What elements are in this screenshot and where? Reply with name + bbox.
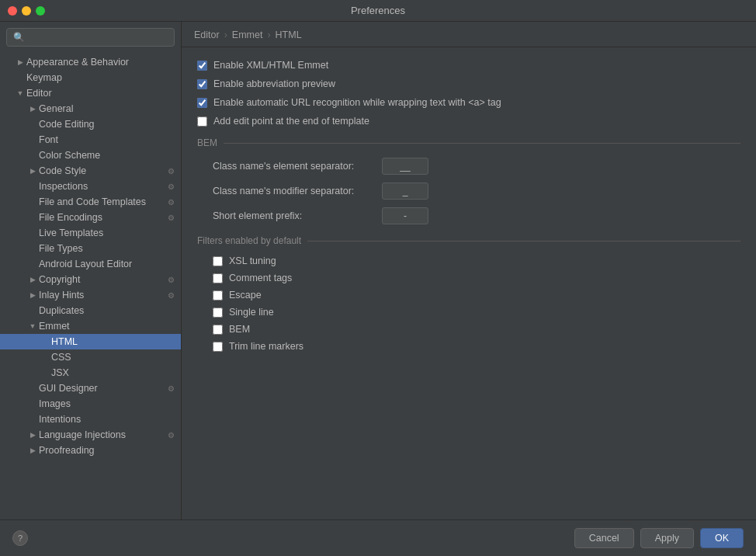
maximize-button[interactable]	[36, 6, 45, 16]
single-line-checkbox[interactable]	[213, 308, 223, 318]
sidebar-item-language-injections[interactable]: ▶ Language Injections ⚙	[0, 427, 181, 443]
xsl-tuning-checkbox[interactable]	[213, 256, 223, 266]
sidebar-item-inlay-hints[interactable]: ▶ Inlay Hints ⚙	[0, 287, 181, 303]
sidebar-item-font[interactable]: ▶ Font	[0, 132, 181, 148]
sidebar-item-copyright[interactable]: ▶ Copyright ⚙	[0, 272, 181, 287]
single-line-label[interactable]: Single line	[229, 307, 274, 318]
sidebar-item-inspections[interactable]: ▶ Inspections ⚙	[0, 179, 181, 194]
arrow-icon: ▶	[16, 57, 25, 67]
enable-xml-html-row: Enable XML/HTML Emmet	[197, 60, 740, 71]
add-edit-label[interactable]: Add edit point at the end of template	[213, 116, 369, 127]
minimize-button[interactable]	[22, 6, 31, 16]
add-edit-checkbox[interactable]	[197, 116, 207, 127]
sidebar-item-label: Emmet	[39, 321, 175, 332]
enable-auto-url-row: Enable automatic URL recognition while w…	[197, 97, 740, 108]
sidebar-item-file-code-templates[interactable]: ▶ File and Code Templates ⚙	[0, 194, 181, 210]
arrow-icon: ▶	[28, 104, 37, 113]
enable-xml-label[interactable]: Enable XML/HTML Emmet	[213, 60, 328, 71]
enable-abbr-label[interactable]: Enable abbreviation preview	[213, 78, 335, 89]
sidebar-item-jsx[interactable]: ▶ JSX	[0, 365, 181, 381]
sidebar-item-color-scheme[interactable]: ▶ Color Scheme	[0, 148, 181, 163]
sidebar-item-label: Code Editing	[39, 119, 175, 130]
sidebar-item-duplicates[interactable]: ▶ Duplicates	[0, 303, 181, 318]
escape-label[interactable]: Escape	[229, 290, 262, 301]
bem-section-label: BEM	[197, 137, 217, 148]
sidebar-item-file-encodings[interactable]: ▶ File Encodings ⚙	[0, 210, 181, 225]
sidebar-item-keymap[interactable]: ▶ Keymap	[0, 70, 181, 85]
sidebar-item-label: Android Layout Editor	[39, 259, 175, 269]
search-input[interactable]	[6, 28, 175, 47]
ok-button[interactable]: OK	[700, 528, 744, 548]
sidebar-item-label: Intentions	[39, 414, 175, 425]
sidebar-item-css[interactable]: ▶ CSS	[0, 349, 181, 365]
enable-xml-checkbox[interactable]	[197, 61, 207, 71]
sidebar: ▶ Appearance & Behavior ▶ Keymap ▼ Edito…	[0, 22, 182, 520]
breadcrumb-editor: Editor	[194, 30, 220, 40]
help-button[interactable]: ?	[12, 530, 28, 546]
gear-icon: ⚙	[168, 214, 175, 222]
sidebar-item-label: Code Style	[39, 165, 165, 176]
cancel-button[interactable]: Cancel	[574, 528, 634, 548]
sidebar-item-label: Language Injections	[39, 429, 165, 440]
breadcrumb-separator: ›	[267, 30, 270, 40]
escape-checkbox[interactable]	[213, 290, 223, 301]
bem-filter-checkbox[interactable]	[213, 325, 223, 335]
sidebar-item-label: Color Scheme	[39, 150, 175, 161]
window-title: Preferences	[351, 5, 405, 16]
main-content: ▶ Appearance & Behavior ▶ Keymap ▼ Edito…	[0, 22, 756, 520]
sidebar-item-gui-designer[interactable]: ▶ GUI Designer ⚙	[0, 381, 181, 396]
modifier-sep-input[interactable]	[382, 182, 428, 200]
close-button[interactable]	[8, 6, 17, 16]
comment-tags-label[interactable]: Comment tags	[229, 273, 292, 283]
bem-filter-row: BEM	[197, 324, 740, 335]
enable-url-checkbox[interactable]	[197, 98, 207, 108]
comment-tags-checkbox[interactable]	[213, 273, 223, 283]
trim-line-checkbox[interactable]	[213, 342, 223, 352]
bem-filter-label[interactable]: BEM	[229, 324, 250, 335]
window-controls	[8, 6, 45, 16]
xsl-tuning-label[interactable]: XSL tuning	[229, 255, 276, 266]
sidebar-item-label: Duplicates	[39, 305, 175, 316]
sidebar-item-html[interactable]: ▶ HTML	[0, 334, 181, 349]
sidebar-item-label: File Types	[39, 243, 175, 254]
main-panel: Editor › Emmet › HTML Enable XML/HTML Em…	[182, 22, 756, 520]
sidebar-item-emmet[interactable]: ▼ Emmet	[0, 318, 181, 334]
arrow-icon: ▼	[28, 321, 37, 331]
sidebar-item-images[interactable]: ▶ Images	[0, 396, 181, 412]
apply-button[interactable]: Apply	[640, 528, 694, 548]
sidebar-item-general[interactable]: ▶ General	[0, 101, 181, 116]
add-edit-point-row: Add edit point at the end of template	[197, 116, 740, 127]
enable-url-label[interactable]: Enable automatic URL recognition while w…	[213, 97, 501, 108]
enable-abbr-checkbox[interactable]	[197, 79, 207, 89]
sidebar-item-intentions[interactable]: ▶ Intentions	[0, 412, 181, 427]
sidebar-item-proofreading[interactable]: ▶ Proofreading	[0, 443, 181, 458]
sidebar-item-file-types[interactable]: ▶ File Types	[0, 241, 181, 256]
sidebar-item-editor[interactable]: ▼ Editor	[0, 85, 181, 101]
sidebar-item-label: JSX	[51, 367, 175, 378]
sidebar-item-label: Font	[39, 134, 175, 145]
gear-icon: ⚙	[168, 384, 175, 393]
sidebar-item-label: Copyright	[39, 274, 165, 285]
sidebar-item-label: Keymap	[26, 72, 175, 83]
sidebar-item-label: CSS	[51, 352, 175, 363]
modifier-sep-row: Class name's modifier separator:	[197, 182, 740, 200]
sidebar-item-android-layout-editor[interactable]: ▶ Android Layout Editor	[0, 256, 181, 272]
gear-icon: ⚙	[168, 182, 175, 191]
arrow-icon: ▶	[28, 430, 37, 440]
element-sep-input[interactable]	[382, 158, 428, 175]
gear-icon: ⚙	[168, 198, 175, 207]
sidebar-item-live-templates[interactable]: ▶ Live Templates	[0, 225, 181, 241]
arrow-icon: ▼	[16, 89, 25, 98]
sidebar-item-label: Inspections	[39, 181, 165, 192]
sidebar-item-label: Live Templates	[39, 228, 175, 238]
short-prefix-input[interactable]	[382, 207, 428, 224]
short-prefix-label: Short element prefix:	[197, 210, 376, 221]
sidebar-item-code-style[interactable]: ▶ Code Style ⚙	[0, 163, 181, 179]
sidebar-item-label: Editor	[26, 88, 175, 99]
sidebar-item-appearance[interactable]: ▶ Appearance & Behavior	[0, 54, 181, 70]
trim-line-label[interactable]: Trim line markers	[229, 341, 303, 352]
breadcrumb: Editor › Emmet › HTML	[182, 22, 756, 47]
sidebar-item-code-editing[interactable]: ▶ Code Editing	[0, 116, 181, 132]
comment-tags-row: Comment tags	[197, 273, 740, 283]
arrow-icon: ▶	[28, 275, 37, 284]
